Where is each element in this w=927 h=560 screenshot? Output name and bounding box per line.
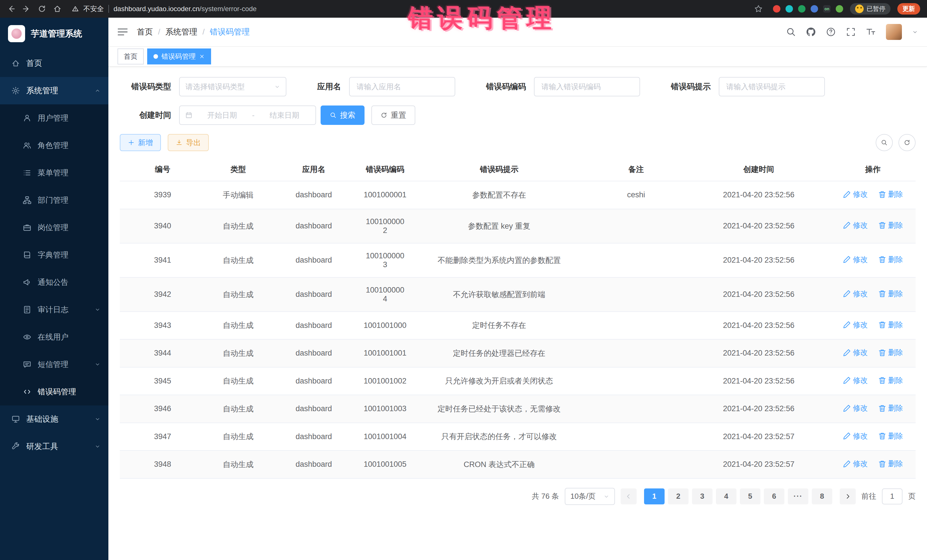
table-row: 3945 自动生成 dashboard 1001001002 只允许修改为开启或… [120, 367, 916, 395]
delete-button[interactable]: 删除 [878, 459, 903, 469]
delete-button[interactable]: 删除 [878, 348, 903, 358]
page-button-3[interactable]: 3 [692, 489, 713, 504]
extension-red-icon[interactable] [773, 5, 780, 12]
github-icon[interactable] [806, 27, 816, 37]
cell-ops: 修改 删除 [830, 339, 916, 367]
delete-button[interactable]: 删除 [878, 289, 903, 299]
reset-button[interactable]: 重置 [371, 106, 415, 125]
header-app: 应用名 [271, 158, 357, 181]
sidebar-item-infrastructure[interactable]: 基础设施 [0, 405, 108, 433]
delete-button[interactable]: 删除 [878, 189, 903, 199]
cell-id: 3942 [120, 278, 205, 312]
tag-error-code[interactable]: 错误码管理 [147, 49, 211, 64]
prev-page-button[interactable] [621, 489, 637, 504]
extension-blue-icon[interactable] [811, 5, 818, 12]
sidebar-item-dict-management[interactable]: 字典管理 [0, 241, 108, 269]
sidebar-toggle-icon[interactable] [117, 27, 128, 36]
next-page-button[interactable] [840, 489, 856, 504]
tag-home[interactable]: 首页 [117, 49, 144, 64]
screen: 不安全 dashboard.yudao.iocoder.cn/system/er… [0, 0, 927, 560]
user-avatar[interactable] [886, 24, 902, 40]
edit-button[interactable]: 修改 [843, 403, 868, 413]
sidebar-item-post-management[interactable]: 岗位管理 [0, 214, 108, 241]
sidebar-item-user-management[interactable]: 用户管理 [0, 104, 108, 132]
edit-button[interactable]: 修改 [843, 348, 868, 358]
cell-type: 自动生成 [205, 451, 271, 478]
fullscreen-icon[interactable] [846, 27, 856, 37]
bookmark-star-icon[interactable] [754, 5, 763, 13]
extension-dark-on-icon[interactable]: on [823, 5, 831, 12]
book-icon [23, 250, 31, 259]
omnibox-divider [108, 5, 109, 13]
date-range-picker[interactable]: 开始日期 - 结束日期 [179, 106, 316, 125]
sidebar-item-system-management[interactable]: 系统管理 [0, 77, 108, 104]
page-button-4[interactable]: 4 [716, 489, 737, 504]
toggle-search-button[interactable] [876, 134, 893, 151]
page-button-2[interactable]: 2 [668, 489, 688, 504]
delete-button[interactable]: 删除 [878, 320, 903, 330]
search-icon[interactable] [786, 27, 796, 37]
refresh-table-button[interactable] [898, 134, 916, 151]
update-button[interactable]: 更新 [897, 3, 920, 15]
error-code-input[interactable] [540, 82, 634, 92]
sidebar-item-notice-announcement[interactable]: 通知公告 [0, 269, 108, 296]
sidebar-item-audit-log[interactable]: 审计日志 [0, 296, 108, 323]
error-code-table: 编号 类型 应用名 错误码编码 错误码提示 备注 创建时间 操作 3939 [120, 158, 916, 479]
page-button-8[interactable]: 8 [812, 489, 832, 504]
extension-teal-icon[interactable] [786, 5, 793, 12]
cell-app: dashboard [271, 451, 357, 478]
megaphone-icon [23, 278, 31, 287]
avatar-caret-icon[interactable] [912, 29, 918, 35]
help-icon[interactable] [826, 27, 836, 37]
page-button-1[interactable]: 1 [644, 489, 664, 504]
delete-button[interactable]: 删除 [878, 255, 903, 265]
edit-button[interactable]: 修改 [843, 431, 868, 441]
page-button-5[interactable]: 5 [740, 489, 760, 504]
delete-button[interactable]: 删除 [878, 403, 903, 413]
security-label: 不安全 [83, 4, 104, 14]
edit-button[interactable]: 修改 [843, 320, 868, 330]
paused-badge[interactable]: 已暂停 [850, 3, 891, 15]
goto-page-input[interactable] [882, 489, 903, 504]
sidebar-item-sms-management[interactable]: 短信管理 [0, 351, 108, 378]
sidebar-item-home[interactable]: 首页 [0, 50, 108, 77]
sidebar-item-dept-management[interactable]: 部门管理 [0, 187, 108, 214]
error-type-select[interactable]: 请选择错误码类型 [179, 77, 286, 96]
sidebar-item-online-user[interactable]: 在线用户 [0, 323, 108, 351]
reload-icon[interactable] [38, 5, 46, 13]
breadcrumb-system[interactable]: 系统管理 [166, 27, 198, 37]
export-button[interactable]: 导出 [168, 134, 209, 151]
page-size-select[interactable]: 10条/页 [565, 488, 615, 505]
sidebar-item-menu-management[interactable]: 菜单管理 [0, 159, 108, 187]
breadcrumb-home[interactable]: 首页 [137, 27, 153, 37]
edit-button[interactable]: 修改 [843, 459, 868, 469]
sidebar: 芋道管理系统 首页 系统管理 用户管理 [0, 18, 108, 560]
cell-type: 手动编辑 [205, 181, 271, 209]
forward-icon[interactable] [22, 5, 31, 13]
home-button-icon[interactable] [53, 5, 62, 13]
error-hint-input[interactable] [725, 82, 819, 92]
edit-button[interactable]: 修改 [843, 255, 868, 265]
sidebar-item-dev-tools[interactable]: 研发工具 [0, 433, 108, 460]
extension-lime-icon[interactable] [836, 5, 843, 12]
edit-button[interactable]: 修改 [843, 189, 868, 199]
cell-memo [585, 423, 687, 451]
back-icon[interactable] [7, 5, 15, 13]
delete-button[interactable]: 删除 [878, 375, 903, 385]
edit-button[interactable]: 修改 [843, 289, 868, 299]
page-button-6[interactable]: 6 [764, 489, 784, 504]
delete-button[interactable]: 删除 [878, 220, 903, 231]
header-ops: 操作 [830, 158, 916, 181]
extension-green-icon[interactable] [798, 5, 805, 12]
add-button[interactable]: 新增 [120, 134, 161, 151]
edit-button[interactable]: 修改 [843, 220, 868, 231]
search-button[interactable]: 搜索 [321, 106, 365, 125]
app-name-input[interactable] [356, 82, 449, 92]
edit-button[interactable]: 修改 [843, 375, 868, 385]
code-icon [23, 387, 31, 396]
font-size-icon[interactable] [866, 27, 876, 37]
sidebar-item-error-code-management[interactable]: 错误码管理 [0, 378, 108, 405]
close-icon[interactable] [199, 54, 205, 59]
delete-button[interactable]: 删除 [878, 431, 903, 441]
sidebar-item-role-management[interactable]: 角色管理 [0, 132, 108, 159]
